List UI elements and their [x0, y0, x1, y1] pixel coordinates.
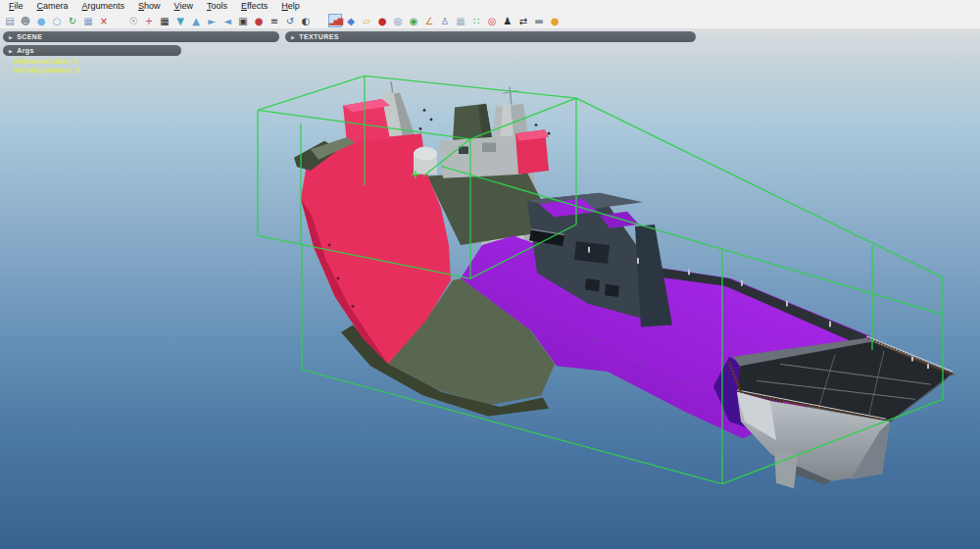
arg-entry: intCullByDistance: 0 [14, 66, 79, 75]
panel-args[interactable]: ▶ Args [3, 45, 181, 56]
expand-arrow-icon: ▶ [291, 34, 295, 40]
pawn-icon[interactable]: ♟ [501, 14, 514, 27]
render-box-icon[interactable]: ▣ [236, 14, 250, 27]
target-icon[interactable]: ◎ [485, 14, 499, 27]
notes-icon[interactable]: ▱ [360, 14, 373, 27]
cone-down-icon[interactable]: ▼ [173, 14, 187, 27]
chart-view-icon[interactable]: ▂▅▇ [328, 14, 342, 27]
expand-arrow-icon: ▶ [9, 34, 13, 40]
run-icon[interactable]: × [97, 14, 111, 27]
sphere-icon[interactable]: ● [34, 14, 48, 27]
move-icon[interactable]: ⇄ [516, 14, 530, 27]
panel-scene[interactable]: ▶ SCENE [3, 31, 279, 42]
menu-effects[interactable]: Effects [234, 0, 274, 12]
layers-icon[interactable]: ≡ [268, 14, 281, 27]
rotate-ccw-icon[interactable]: ↺ [283, 14, 297, 27]
expand-arrow-icon: ▶ [9, 48, 13, 54]
grid-window-icon[interactable]: ▦ [81, 14, 95, 27]
panel-textures[interactable]: ▶ TEXTURES [285, 31, 696, 42]
webcam-icon[interactable]: ☉ [126, 14, 140, 27]
green-sphere-icon[interactable]: ◉ [407, 14, 420, 27]
cone-up-icon[interactable]: ▲ [189, 14, 203, 27]
circle-icon[interactable]: ○ [50, 14, 64, 27]
toolbar-group: ▤☻●○↻▦× [2, 14, 112, 27]
panel-args-label: Args [17, 47, 34, 54]
dot-grid-icon[interactable]: ∷ [469, 14, 483, 27]
toolbar: ▤☻●○↻▦×☉+▦▼▲►◄▣●≡↺◐▂▅▇◆▱●◎◉∠♙▦∷◎♟⇄▬● [0, 12, 980, 29]
refresh-icon[interactable]: ↻ [66, 14, 79, 27]
menu-file[interactable]: File [2, 0, 30, 12]
cone-right-icon[interactable]: ► [205, 14, 219, 27]
polyhedron-icon[interactable]: ● [375, 14, 389, 27]
table-grid-icon[interactable]: ▦ [454, 14, 467, 27]
sun-icon[interactable]: ● [548, 14, 562, 27]
toolbar-group: ▂▅▇◆▱●◎◉∠♙▦∷◎♟⇄▬● [327, 14, 563, 27]
export-person-icon[interactable]: ☻ [19, 14, 32, 27]
arg-entry: intShadowCaster: 0 [14, 57, 79, 66]
rig-icon[interactable]: ♙ [438, 14, 452, 27]
orbit-icon[interactable]: ◐ [299, 14, 313, 27]
wire-sphere-icon[interactable]: ◎ [391, 14, 405, 27]
menu-show[interactable]: Show [131, 0, 168, 12]
ship-model [294, 81, 955, 488]
save-image-icon[interactable]: ▤ [3, 14, 17, 27]
material-spheres-icon[interactable]: ● [252, 14, 266, 27]
menu-camera[interactable]: Camera [30, 0, 75, 12]
menu-help[interactable]: Help [274, 0, 307, 12]
viewport-3d[interactable]: ▶ SCENE ▶ TEXTURES ▶ Args intShadowCaste… [0, 28, 980, 549]
panel-textures-label: TEXTURES [299, 33, 339, 40]
menu-arguments[interactable]: Arguments [75, 0, 132, 12]
night-grid-icon[interactable]: ▦ [158, 14, 172, 27]
args-list: intShadowCaster: 0intCullByDistance: 0 [14, 57, 79, 75]
panel-scene-label: SCENE [17, 33, 42, 40]
gem-icon[interactable]: ◆ [344, 14, 358, 27]
menu-bar: FileCameraArgumentsShowViewToolsEffectsH… [0, 0, 980, 12]
menu-tools[interactable]: Tools [200, 0, 234, 12]
cone-left-icon[interactable]: ◄ [220, 14, 234, 27]
viewport-canvas[interactable] [0, 28, 980, 549]
crosshair-icon[interactable]: + [142, 14, 156, 27]
vehicle-icon[interactable]: ▬ [532, 14, 546, 27]
toolbar-group: ☉+▦▼▲►◄▣●≡↺◐ [125, 14, 314, 27]
measure-icon[interactable]: ∠ [422, 14, 436, 27]
application-window: FileCameraArgumentsShowViewToolsEffectsH… [0, 0, 980, 549]
menu-view[interactable]: View [168, 0, 200, 12]
